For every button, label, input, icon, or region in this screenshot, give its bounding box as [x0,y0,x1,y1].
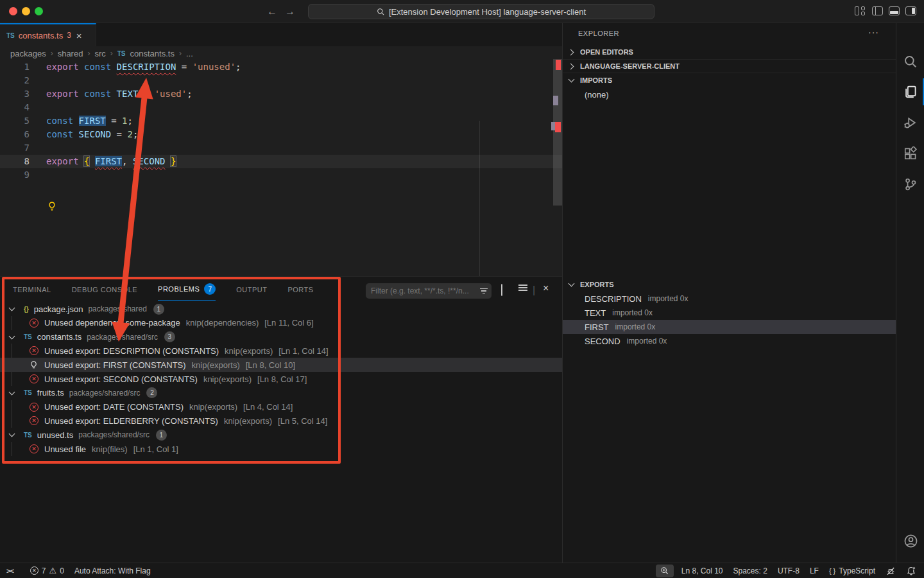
panel-tab-bar: TERMINALDEBUG CONSOLEPROBLEMS7OUTPUTPORT… [13,283,314,301]
code-line-7[interactable]: 7 [0,141,562,155]
breadcrumb-item[interactable]: ... [186,49,193,58]
remote-indicator-icon[interactable]: >< [0,563,19,578]
code-line-4[interactable]: 4 [0,101,562,114]
chevron-right-icon [569,63,575,69]
problems-file-row[interactable]: TSunused.tspackages/shared/src1 [0,428,562,442]
minimize-window-button[interactable] [22,7,30,15]
encoding-setting[interactable]: UTF-8 [773,563,805,578]
tab-close-icon[interactable]: × [76,30,82,41]
panel-tab-output[interactable]: OUTPUT [236,283,267,301]
file-path: packages/shared/src [87,333,158,342]
problem-source: knip(dependencies) [186,318,259,328]
typescript-file-icon: TS [6,32,15,39]
code-line-5[interactable]: 5const FIRST = 1; [0,114,562,128]
code-line-8[interactable]: 8export { FIRST, SECOND } [0,155,562,168]
problem-position: [Ln 11, Col 6] [264,318,313,328]
code-line-6[interactable]: 6const SECOND = 2; [0,128,562,141]
breadcrumb-item[interactable]: shared [58,49,83,58]
section-open-editors[interactable]: OPEN EDITORS [563,45,896,59]
problem-item-row[interactable]: ✕Unused export: DATE (CONSTANTS)knip(exp… [0,400,562,414]
problem-item-row[interactable]: ✕Unused export: ELDERBERRY (CONSTANTS)kn… [0,414,562,428]
debug-disabled-icon[interactable] [880,563,901,578]
source-control-icon[interactable] [896,170,924,198]
problems-file-row[interactable]: TSconstants.tspackages/shared/src3 [0,330,562,344]
problem-message: Unused file [44,444,86,454]
zoom-indicator[interactable] [656,565,674,577]
export-item-second[interactable]: SECONDimported 0x [563,334,896,348]
chevron-down-icon [9,306,15,312]
customize-layout-icon[interactable] [855,6,866,15]
imports-none-item[interactable]: (none) [563,87,896,101]
run-debug-icon[interactable] [896,109,924,137]
editor-scrollbar[interactable] [553,59,562,206]
breadcrumb-item[interactable]: constants.ts [130,49,175,58]
quick-fix-lightbulb-icon[interactable] [47,201,57,211]
maximize-window-button[interactable] [35,7,43,15]
section-exports[interactable]: EXPORTS [563,277,896,292]
code-editor[interactable]: 1export const DESCRIPTION = 'unused';23e… [0,60,562,276]
zoom-in-icon [660,566,669,575]
code-line-1[interactable]: 1export const DESCRIPTION = 'unused'; [0,60,562,74]
forward-arrow-icon[interactable]: → [282,4,298,19]
file-path: packages/shared/src [69,389,141,398]
problems-filter-input[interactable] [371,286,480,295]
error-count-icon: ✕ [30,566,38,575]
panel-divider: | [533,285,535,296]
auto-attach-status[interactable]: Auto Attach: With Flag [69,563,156,578]
problem-item-row[interactable]: ✕Unused export: SECOND (CONSTANTS)knip(e… [0,372,562,386]
command-center-search[interactable]: [Extension Development Host] language-se… [308,4,654,19]
close-window-button[interactable] [9,7,17,15]
section-imports[interactable]: IMPORTS [563,73,896,87]
back-arrow-icon[interactable]: ← [264,4,280,19]
problem-message: Unused export: ELDERBERRY (CONSTANTS) [44,416,218,426]
indentation-setting[interactable]: Spaces: 2 [728,563,773,578]
code-line-3[interactable]: 3export const TEXT = 'used'; [0,87,562,101]
problem-item-row[interactable]: ✕Unused dependency: some-packageknip(dep… [0,316,562,330]
collapse-all-icon[interactable] [501,285,502,296]
code-line-2[interactable]: 2 [0,74,562,87]
chevron-down-icon [9,432,15,438]
error-count: 7 [42,566,46,575]
panel-tab-problems[interactable]: PROBLEMS7 [158,283,216,301]
explorer-files-icon[interactable] [896,78,924,106]
problems-filter-box[interactable] [366,283,492,299]
toggle-panel-icon[interactable] [889,6,900,15]
breadcrumb-item[interactable]: packages [10,49,46,58]
language-mode[interactable]: { } TypeScript [824,563,880,578]
problem-item-row[interactable]: Unused export: FIRST (CONSTANTS)knip(exp… [0,358,562,372]
eol-setting[interactable]: LF [805,563,824,578]
problem-message: Unused export: FIRST (CONSTANTS) [44,360,186,370]
extensions-icon[interactable] [896,139,924,168]
search-icon [377,8,385,16]
panel-tab-debug-console[interactable]: DEBUG CONSOLE [72,283,137,301]
export-item-text[interactable]: TEXTimported 0x [563,306,896,320]
toggle-secondary-sidebar-icon[interactable] [905,6,916,15]
code-line-9[interactable]: 9 [0,168,562,182]
line-number: 4 [0,101,30,114]
section-language-server-client[interactable]: LANGUAGE-SERVER-CLIENT [563,59,896,73]
problems-file-row[interactable]: {}package.jsonpackages/shared1 [0,302,562,316]
tab-constants-ts[interactable]: TS constants.ts 3 × [0,23,96,46]
export-import-count: imported 0x [627,337,667,346]
problems-file-row[interactable]: TSfruits.tspackages/shared/src2 [0,386,562,400]
cursor-position[interactable]: Ln 8, Col 10 [676,563,728,578]
editor-tab-strip: TS constants.ts 3 × [0,23,562,46]
problem-item-row[interactable]: ✕Unused fileknip(files)[Ln 1, Col 1] [0,442,562,456]
search-icon[interactable] [896,48,924,76]
more-actions-icon[interactable]: ··· [868,27,879,37]
close-panel-icon[interactable]: × [543,283,549,294]
panel-tab-ports[interactable]: PORTS [287,283,313,301]
breadcrumb-item[interactable]: src [94,49,105,58]
export-item-description[interactable]: DESCRIPTIONimported 0x [563,292,896,306]
toggle-primary-sidebar-icon[interactable] [872,6,883,15]
file-problem-count-badge: 1 [153,304,164,315]
export-name: SECOND [585,337,620,346]
export-item-first[interactable]: FIRSTimported 0x [563,320,896,334]
account-icon[interactable] [896,527,924,555]
view-as-table-icon[interactable] [518,285,527,291]
problem-item-row[interactable]: ✕Unused export: DESCRIPTION (CONSTANTS)k… [0,344,562,358]
breadcrumb[interactable]: packages›shared›src›TSconstants.ts›... [0,46,562,60]
problems-summary[interactable]: ✕ 7 ⚠ 0 [25,563,69,578]
panel-tab-terminal[interactable]: TERMINAL [13,283,51,301]
notifications-bell-icon[interactable] [901,563,924,578]
